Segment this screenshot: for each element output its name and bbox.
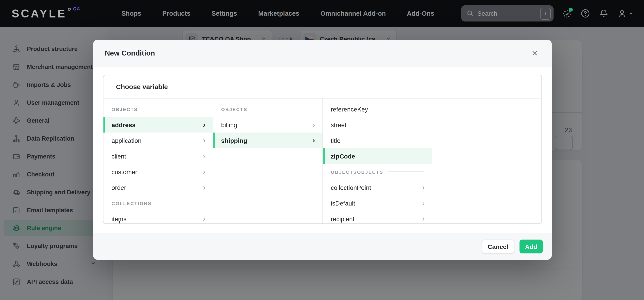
chevron-right-icon: › [422, 215, 424, 222]
list-item-isdefault[interactable]: isDefault › [323, 195, 432, 211]
list-item-customer[interactable]: customer › [104, 164, 213, 180]
section-rule [156, 203, 204, 203]
modal-title: New Condition [105, 49, 155, 57]
search-placeholder: Search [478, 10, 536, 17]
section-header-objects: OBJECTS [104, 101, 213, 117]
clipped-list-item-fragment [119, 221, 120, 224]
nav-item-products[interactable]: Products [162, 10, 190, 17]
close-icon[interactable]: ✕ [528, 47, 541, 60]
variable-picker: Choose variable OBJECTS address › applic… [103, 75, 542, 224]
nav-item-addons[interactable]: Add-Ons [407, 10, 434, 17]
logo-ring-icon [68, 8, 71, 11]
picker-column-2: OBJECTS billing › shipping › [213, 98, 322, 224]
section-header-collections: COLLECTIONS [104, 195, 213, 211]
search-icon [467, 10, 474, 17]
search-input[interactable]: Search / [461, 5, 554, 22]
nav-item-settings[interactable]: Settings [212, 10, 237, 17]
account-icon [617, 8, 627, 18]
chevron-down-icon [629, 11, 633, 16]
picker-title: Choose variable [116, 83, 168, 90]
modal-footer: Cancel Add [93, 233, 552, 260]
top-nav-bar: SCAYLE QA Shops Products Settings Market… [0, 0, 644, 27]
list-item-order[interactable]: order › [104, 180, 213, 195]
app-window: SCAYLE QA Shops Products Settings Market… [0, 0, 644, 300]
nav-item-shops[interactable]: Shops [121, 10, 141, 17]
list-item-application[interactable]: application › [104, 132, 213, 148]
env-badge: QA [73, 6, 80, 11]
chevron-right-icon: › [312, 121, 315, 128]
list-item-billing[interactable]: billing › [213, 117, 322, 132]
chevron-right-icon: › [203, 121, 205, 128]
help-icon[interactable] [580, 8, 590, 18]
section-rule [388, 172, 424, 172]
nav-item-marketplaces[interactable]: Marketplaces [258, 10, 300, 17]
list-item-referencekey[interactable]: referenceKey [323, 101, 432, 117]
list-item-recipient[interactable]: recipient › [323, 211, 432, 224]
list-item-collectionpoint[interactable]: collectionPoint › [323, 180, 432, 195]
chevron-right-icon: › [203, 215, 205, 222]
picker-column-3: referenceKey street title zipCode OBJECT [322, 98, 432, 224]
modal-body: Choose variable OBJECTS address › applic… [93, 67, 552, 233]
picker-columns: OBJECTS address › application › client [104, 98, 542, 224]
list-item-address[interactable]: address › [104, 117, 213, 132]
chevron-right-icon: › [203, 168, 205, 176]
list-item-shipping[interactable]: shipping › [213, 132, 322, 148]
modal-header: New Condition ✕ [93, 40, 552, 67]
cancel-button[interactable]: Cancel [482, 240, 514, 254]
list-item-zipcode[interactable]: zipCode [323, 148, 432, 164]
chevron-right-icon: › [312, 136, 315, 144]
chevron-right-icon: › [422, 184, 424, 191]
nav-item-omnichannel[interactable]: Omnichannel Add-on [320, 10, 386, 17]
list-item-street[interactable]: street [323, 117, 432, 132]
section-header-objects: OBJECTS [213, 101, 322, 117]
primary-nav: Shops Products Settings Marketplaces Omn… [121, 10, 434, 17]
picker-column-1: OBJECTS address › application › client [104, 98, 213, 224]
section-rule [252, 109, 314, 109]
list-item-client[interactable]: client › [104, 148, 213, 164]
scayle-logo[interactable]: SCAYLE QA [12, 0, 80, 27]
list-item-title[interactable]: title [323, 132, 432, 148]
status-check-icon[interactable] [562, 8, 572, 18]
status-dot [569, 8, 573, 12]
add-button[interactable]: Add [520, 240, 543, 254]
chevron-right-icon: › [422, 199, 424, 207]
section-rule [142, 109, 204, 109]
chevron-right-icon: › [203, 152, 205, 160]
chevron-right-icon: › [203, 136, 205, 144]
bell-icon[interactable] [599, 8, 608, 18]
search-shortcut-key: / [540, 8, 551, 20]
account-menu[interactable] [617, 8, 633, 18]
section-header-objectsobjects: OBJECTSOBJECTS [323, 164, 432, 180]
picker-column-4 [432, 98, 542, 224]
new-condition-modal: New Condition ✕ Choose variable OBJECTS … [93, 40, 552, 260]
picker-header: Choose variable [104, 75, 542, 98]
chevron-right-icon: › [203, 184, 205, 191]
